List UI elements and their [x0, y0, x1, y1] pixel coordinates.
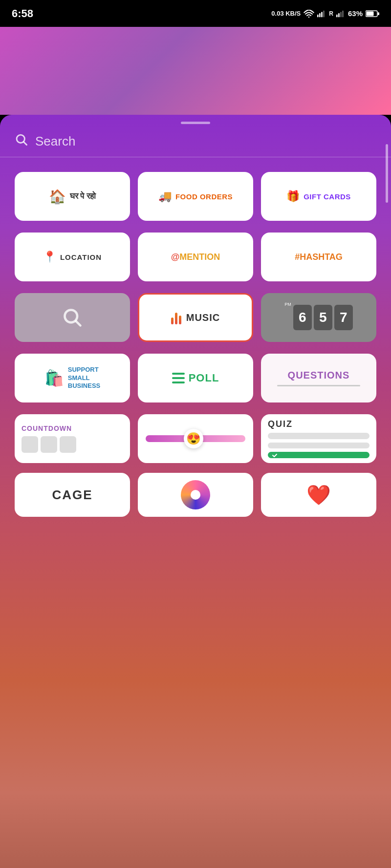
sticker-circle-partial[interactable]	[138, 473, 253, 517]
music-bars-icon	[171, 311, 181, 324]
sticker-mention[interactable]: @MENTION	[138, 233, 253, 281]
sticker-cage-partial[interactable]: CAGE	[15, 473, 130, 517]
signal-icon-2	[336, 10, 345, 18]
poll-icon	[172, 373, 185, 383]
sticker-questions[interactable]: QUESTIONS	[261, 354, 376, 402]
scrollbar[interactable]	[386, 144, 388, 203]
location-text: LOCATION	[60, 253, 102, 261]
search-label: Search	[35, 134, 75, 149]
svg-rect-16	[172, 373, 185, 375]
search-container: Search	[0, 128, 391, 157]
location-icon: 📍	[43, 251, 56, 263]
sticker-food-orders[interactable]: 🚚 FOOD ORDERS	[138, 172, 253, 221]
quiz-title: QUIZ	[268, 419, 293, 429]
status-time: 6:58	[12, 7, 33, 20]
svg-rect-4	[323, 10, 325, 17]
svg-rect-1	[317, 14, 319, 17]
slider-emoji: 😍	[184, 429, 203, 448]
svg-rect-6	[338, 13, 340, 17]
svg-line-15	[76, 321, 80, 325]
svg-rect-8	[342, 10, 344, 17]
svg-rect-3	[321, 12, 323, 17]
countdown-tile-3	[60, 436, 76, 453]
gift-icon: 🎁	[286, 190, 300, 203]
heart-icon: ❤️	[306, 484, 331, 507]
sticker-gift-cards[interactable]: 🎁 GIFT CARDS	[261, 172, 376, 221]
hashtag-text: #HASHTAG	[295, 252, 343, 262]
ghar-icon: 🏠	[49, 189, 66, 205]
ghar-text: घर पे रहो	[70, 191, 96, 201]
wifi-icon	[304, 10, 314, 18]
sticker-poll[interactable]: POLL	[138, 354, 253, 402]
sticker-search[interactable]	[15, 293, 130, 342]
svg-point-0	[308, 16, 310, 17]
time-pm-label: PM	[284, 302, 291, 307]
quiz-option-correct	[268, 452, 369, 458]
svg-rect-18	[172, 381, 185, 383]
time-digit-5: 5	[314, 305, 332, 330]
sheet-handle-row	[0, 115, 391, 128]
sticker-sheet: Search 🏠 घर पे रहो 🚚 FOOD ORDERS 🎁 GIFT …	[0, 115, 391, 868]
sticker-heart-partial[interactable]: ❤️	[261, 473, 376, 517]
sticker-grid: 🏠 घर पे रहो 🚚 FOOD ORDERS 🎁 GIFT CARDS 📍…	[0, 167, 391, 468]
bottom-partial-row: CAGE ❤️	[0, 468, 391, 522]
support-text: SUPPORTSMALLBUSINESS	[68, 366, 100, 391]
r-label: R	[329, 10, 333, 17]
background-gradient	[0, 27, 391, 115]
quiz-option-2	[268, 443, 369, 449]
status-bar: 6:58 0.03 KB/S R 63%	[0, 0, 391, 27]
search-row[interactable]: Search	[15, 133, 376, 157]
countdown-title: COUNTDOWN	[22, 424, 72, 432]
circle-gradient-icon	[181, 480, 210, 509]
signal-icon	[317, 10, 326, 18]
time-digit-6: 6	[293, 305, 312, 330]
sticker-countdown[interactable]: COUNTDOWN	[15, 414, 130, 463]
svg-rect-10	[378, 12, 379, 15]
countdown-tiles	[22, 436, 76, 453]
cage-text: CAGE	[52, 487, 92, 503]
countdown-tile-1	[22, 436, 38, 453]
food-text: FOOD ORDERS	[175, 192, 233, 201]
sticker-support-small-business[interactable]: 🛍️ SUPPORTSMALLBUSINESS	[15, 354, 130, 402]
svg-rect-2	[319, 13, 321, 17]
svg-rect-11	[367, 11, 374, 16]
sticker-time[interactable]: PM 6 5 7	[261, 293, 376, 342]
sheet-handle	[181, 122, 210, 124]
sticker-emoji-slider[interactable]: 😍	[138, 414, 253, 463]
mention-text: @MENTION	[171, 252, 220, 262]
search-icon	[15, 133, 28, 150]
sticker-location[interactable]: 📍 LOCATION	[15, 233, 130, 281]
food-icon: 🚚	[158, 190, 172, 203]
network-speed: 0.03 KB/S	[271, 10, 301, 17]
battery-percent: 63%	[348, 9, 363, 18]
svg-rect-7	[340, 12, 342, 17]
questions-text: QUESTIONS	[288, 370, 350, 381]
svg-rect-5	[336, 14, 338, 17]
battery-icon	[366, 10, 379, 17]
support-icon: 🛍️	[44, 369, 64, 387]
sticker-hashtag[interactable]: #HASHTAG	[261, 233, 376, 281]
svg-line-13	[24, 142, 27, 145]
quiz-option-1	[268, 433, 369, 439]
sticker-quiz[interactable]: QUIZ	[261, 414, 376, 463]
svg-rect-17	[172, 377, 185, 379]
time-digit-7: 7	[334, 305, 353, 330]
poll-text: POLL	[189, 372, 219, 384]
questions-line	[277, 385, 360, 386]
status-right: 0.03 KB/S R 63%	[271, 9, 379, 18]
gift-text: GIFT CARDS	[304, 192, 351, 201]
countdown-tile-2	[41, 436, 57, 453]
music-text: MUSIC	[186, 312, 220, 323]
sticker-ghar-pe-raho[interactable]: 🏠 घर पे रहो	[15, 172, 130, 221]
search-gray-icon	[62, 307, 83, 328]
sticker-music[interactable]: MUSIC	[138, 293, 253, 342]
